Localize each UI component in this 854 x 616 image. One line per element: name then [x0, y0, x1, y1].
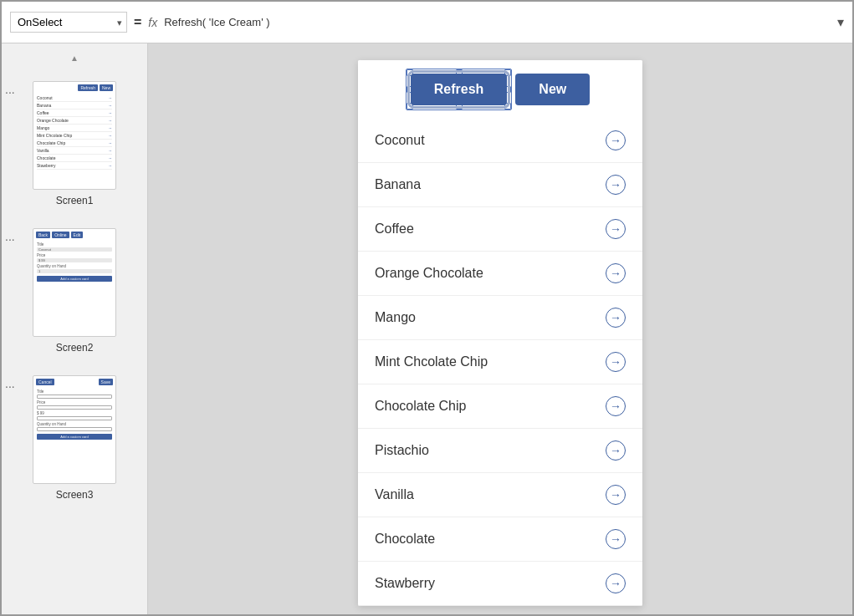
- list-row[interactable]: Vanilla →: [358, 473, 642, 517]
- list-row[interactable]: Chocolate Chip →: [358, 384, 642, 429]
- thumb1-refresh-btn: Refresh: [78, 84, 98, 91]
- formula-dropdown-button[interactable]: ▾: [837, 14, 844, 30]
- screen2-thumbnail: Back Online Edit Title Coconut Price $ 9…: [33, 228, 116, 337]
- list-item-name: Chocolate: [375, 532, 435, 547]
- list-item-arrow[interactable]: →: [606, 485, 626, 505]
- list-item-name: Orange Chocolate: [375, 266, 483, 281]
- fx-label: fx: [148, 16, 157, 29]
- thumb3-content: Title Price $ 99 Quantity on Hand Add a …: [33, 388, 115, 441]
- sidebar: ▲ ··· Refresh New Coconut→ Banana→ Coffe…: [2, 43, 148, 616]
- list-row[interactable]: Coconut →: [358, 119, 642, 163]
- thumb2-back-btn: Back: [36, 232, 50, 238]
- list-item-arrow[interactable]: →: [606, 352, 626, 372]
- formula-select-wrap[interactable]: OnSelect: [10, 12, 127, 33]
- formula-bar: OnSelect = fx ▾: [2, 2, 852, 43]
- thumb3-cancel-btn: Cancel: [36, 379, 54, 385]
- thumb3-save-btn: Save: [99, 379, 113, 385]
- list-item-arrow[interactable]: →: [606, 219, 626, 239]
- list-item-name: Coffee: [375, 221, 414, 237]
- formula-select[interactable]: OnSelect: [10, 12, 127, 33]
- list-item-arrow[interactable]: →: [606, 175, 626, 195]
- thumb2-content: Title Coconut Price $ 99 Quantity on Han…: [33, 241, 115, 283]
- screen2-label: Screen2: [56, 342, 94, 354]
- list-row[interactable]: Chocolate →: [358, 517, 642, 562]
- app-header: Refresh New: [358, 60, 642, 119]
- sidebar-item-screen1[interactable]: ··· Refresh New Coconut→ Banana→ Coffee→…: [2, 74, 147, 221]
- thumb2-edit-btn: Edit: [71, 232, 84, 238]
- list-row[interactable]: Banana →: [358, 163, 642, 207]
- list-item-name: Mango: [375, 310, 416, 325]
- thumb2-online-btn: Online: [52, 232, 69, 238]
- app-panel: Refresh New Coconut → Banana → Coffee → …: [358, 60, 642, 606]
- list-item-arrow[interactable]: →: [606, 263, 626, 283]
- list-item-arrow[interactable]: →: [606, 529, 626, 549]
- canvas-area: Refresh New Coconut → Banana → Coffee → …: [148, 43, 852, 616]
- main-layout: ▲ ··· Refresh New Coconut→ Banana→ Coffe…: [2, 43, 852, 616]
- list-row[interactable]: Pistachio →: [358, 429, 642, 473]
- equals-sign: =: [134, 15, 141, 30]
- new-button[interactable]: New: [515, 74, 590, 105]
- ice-cream-list: Coconut → Banana → Coffee → Orange Choco…: [358, 119, 642, 606]
- screen3-thumbnail: Cancel Save Title Price $ 99 Quantity on…: [33, 375, 116, 484]
- screen3-label: Screen3: [56, 489, 94, 501]
- list-item-arrow[interactable]: →: [606, 396, 626, 416]
- screen3-dots[interactable]: ···: [5, 380, 15, 392]
- list-item-arrow[interactable]: →: [606, 130, 626, 150]
- screen1-dots[interactable]: ···: [5, 86, 15, 98]
- list-item-arrow[interactable]: →: [606, 573, 626, 593]
- formula-input[interactable]: [164, 16, 831, 28]
- sidebar-item-screen3[interactable]: ··· Cancel Save Title Price $ 99 Quantit…: [2, 369, 147, 516]
- list-item-arrow[interactable]: →: [606, 440, 626, 461]
- refresh-button[interactable]: Refresh: [411, 74, 508, 105]
- scroll-up-arrow[interactable]: ▲: [2, 50, 147, 66]
- screen1-label: Screen1: [56, 195, 94, 206]
- sidebar-item-screen2[interactable]: ··· Back Online Edit Title Coconut Price…: [2, 221, 147, 369]
- list-item-arrow[interactable]: →: [606, 308, 626, 328]
- list-item-name: Vanilla: [375, 487, 414, 502]
- list-item-name: Stawberry: [375, 576, 435, 591]
- list-row[interactable]: Stawberry →: [358, 562, 642, 606]
- screen2-dots[interactable]: ···: [5, 233, 15, 245]
- list-item-name: Chocolate Chip: [375, 399, 466, 414]
- list-row[interactable]: Orange Chocolate →: [358, 252, 642, 296]
- list-row[interactable]: Coffee →: [358, 207, 642, 252]
- list-item-name: Banana: [375, 177, 421, 192]
- thumb1-list: Coconut→ Banana→ Coffee→ Orange Chcolate…: [33, 94, 115, 171]
- thumb1-new-btn: New: [100, 84, 113, 91]
- list-row[interactable]: Mint Chcolate Chip →: [358, 340, 642, 384]
- list-item-name: Pistachio: [375, 443, 429, 458]
- list-item-name: Coconut: [375, 133, 425, 148]
- list-item-name: Mint Chcolate Chip: [375, 354, 488, 369]
- list-row[interactable]: Mango →: [358, 296, 642, 340]
- screen1-thumbnail: Refresh New Coconut→ Banana→ Coffee→ Ora…: [33, 81, 116, 190]
